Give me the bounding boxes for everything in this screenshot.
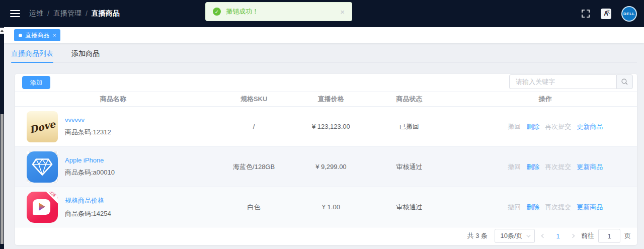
cell-status: 已撤回 [365,122,454,131]
breadcrumb: 运维 / 直播管理 / 直播商品 [29,9,120,18]
action-revoke-link[interactable]: 撤回 [508,162,521,172]
translate-cjk-letter: 文 [606,9,610,15]
table-toolbar: 添加 [15,74,637,92]
product-barcode: 商品条码:14254 [65,209,111,218]
table-row: Apple iPhone 商品条码:a00010 海蓝色/128GB ¥ 9,2… [15,147,637,187]
cell-price: ¥ 123,123.00 [297,123,365,130]
product-name-link[interactable]: 规格商品价格 [65,196,111,205]
goto-label: 前往 [581,231,594,240]
search-icon [621,78,628,86]
product-image-diamond [27,151,58,183]
scrollbar-up-arrow-icon[interactable] [0,28,4,34]
product-image-live-app: 主播 [27,192,58,223]
product-name-link[interactable]: Apple iPhone [65,156,115,164]
keyword-search-input[interactable] [509,74,616,89]
avatar-brand-text: DELL [623,12,635,16]
action-resubmit-link[interactable]: 再次提交 [545,162,571,172]
chevron-down-icon [526,233,530,237]
action-update-link[interactable]: 更新商品 [577,162,603,172]
action-update-link[interactable]: 更新商品 [577,203,603,212]
action-delete-link[interactable]: 删除 [526,122,539,131]
action-revoke-link[interactable]: 撤回 [508,203,521,212]
header-live-price: 直播价格 [297,95,365,104]
translate-icon[interactable]: A 文 [601,9,611,19]
header-product-name: 商品名称 [15,95,211,104]
breadcrumb-item-current: 直播商品 [92,9,120,18]
keyword-search-group [509,74,633,89]
navbar-right-tools: A 文 DELL [581,6,637,22]
action-revoke-link[interactable]: 撤回 [508,122,521,131]
header-sku: 规格SKU [211,95,297,104]
cell-status: 审核通过 [365,162,454,172]
breadcrumb-item-live-manage[interactable]: 直播管理 [53,9,82,18]
success-check-icon: ✓ [213,8,221,16]
product-barcode: 商品条码:a00010 [65,168,115,177]
user-avatar-dell-logo[interactable]: DELL [621,6,637,22]
product-name-link[interactable]: vvvvvv [65,116,111,124]
page-size-value: 10条/页 [500,231,522,240]
action-delete-link[interactable]: 删除 [526,203,539,212]
action-resubmit-link[interactable]: 再次提交 [545,203,571,212]
header-status: 商品状态 [365,95,454,104]
page-number-current[interactable]: 1 [553,232,563,240]
product-table-card: 添加 商品名称 规格SKU 直播价格 商品状态 操作 Dove vvvvvv 商… [15,74,637,245]
live-play-bubble-icon [33,199,50,215]
route-tag-bar: 直播商品 × [4,27,644,43]
scrollbar-thumb[interactable] [1,114,4,244]
breadcrumb-item-ops[interactable]: 运维 [29,9,43,18]
action-update-link[interactable]: 更新商品 [577,122,603,131]
breadcrumb-separator: / [86,10,88,18]
action-resubmit-link[interactable]: 再次提交 [545,122,571,131]
table-header-row: 商品名称 规格SKU 直播价格 商品状态 操作 [15,92,637,107]
fullscreen-icon[interactable] [581,9,591,19]
cell-sku: 海蓝色/128GB [211,162,297,172]
product-image-dove: Dove [27,111,58,142]
goto-page-input[interactable] [598,229,620,243]
cell-price: ¥ 9,299.00 [297,163,365,171]
add-button[interactable]: 添加 [22,76,50,89]
next-page-button[interactable] [571,234,574,237]
toast-close-icon[interactable]: × [340,8,345,16]
table-row: 主播 规格商品价格 商品条码:14254 白色 ¥ 1.00 审核通过 撤回 删… [15,187,637,227]
page-unit-label: 页 [624,231,631,240]
breadcrumb-separator: / [47,10,49,18]
header-operations: 操作 [453,95,637,104]
chevron-left-icon [541,234,545,238]
tag-label: 直播商品 [25,31,49,40]
table-row: Dove vvvvvv 商品条码:12312 / ¥ 123,123.00 已撤… [15,107,637,147]
search-button[interactable] [616,74,633,89]
cell-sku: / [211,123,297,130]
sidebar-scrollbar-track[interactable] [0,27,4,249]
pager: 1 [542,232,574,240]
page-jumper: 前往 页 [581,229,631,243]
cell-price: ¥ 1.00 [297,203,365,211]
page-size-select[interactable]: 10条/页 [495,229,535,243]
hamburger-menu-icon[interactable] [10,10,20,17]
dove-brand-text: Dove [28,118,56,135]
chevron-right-icon [571,234,575,238]
product-barcode: 商品条码:12312 [65,128,111,137]
tab-product-list[interactable]: 直播商品列表 [11,43,53,62]
tab-add-product[interactable]: 添加商品 [71,43,100,62]
action-delete-link[interactable]: 删除 [526,162,539,172]
cell-status: 审核通过 [365,203,454,212]
success-toast: ✓ 撤销成功！ × [205,2,352,21]
diamond-icon [32,157,53,177]
cell-sku: 白色 [211,203,297,212]
tag-active-dot-icon [19,34,22,37]
tabs-row: 直播商品列表 添加商品 [4,43,644,63]
prev-page-button[interactable] [542,234,545,237]
toast-message: 撤销成功！ [226,7,259,16]
tag-close-icon[interactable]: × [53,32,56,38]
pagination-bar: 共 3 条 10条/页 1 前往 页 [15,227,637,244]
pagination-total: 共 3 条 [467,231,488,240]
route-tag-live-products[interactable]: 直播商品 × [14,29,60,41]
